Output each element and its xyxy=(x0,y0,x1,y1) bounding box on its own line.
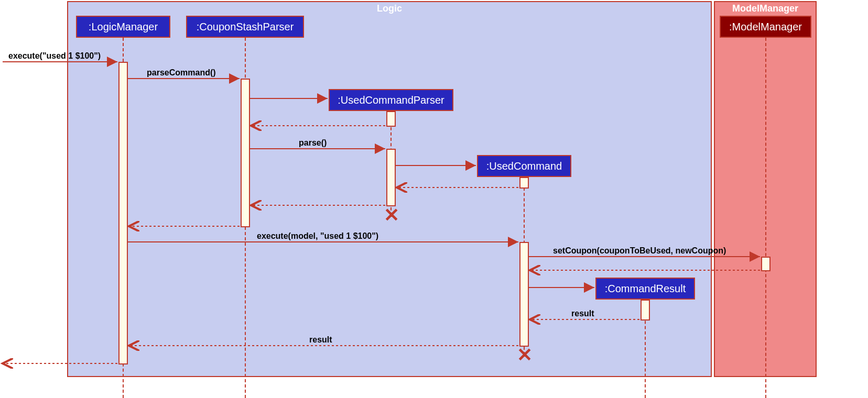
participant-commandresult: :CommandResult xyxy=(595,278,695,300)
participant-logicmanager: :LogicManager xyxy=(76,16,170,38)
participant-logicmanager-label: :LogicManager xyxy=(89,21,158,33)
participant-usedcommandparser: :UsedCommandParser xyxy=(329,89,453,111)
label-setcoupon: setCoupon(couponToBeUsed, newCoupon) xyxy=(553,246,726,256)
participant-usedcommandparser-label: :UsedCommandParser xyxy=(338,94,444,106)
participant-usedcommand: :UsedCommand xyxy=(477,155,571,177)
label-execute-model: execute(model, "used 1 $100") xyxy=(257,231,378,241)
participant-modelmanager-label: :ModelManager xyxy=(729,21,802,33)
participant-couponstashparser-label: :CouponStashParser xyxy=(197,21,294,33)
participant-commandresult-label: :CommandResult xyxy=(605,283,686,295)
label-result2: result xyxy=(309,335,332,345)
label-parse: parse() xyxy=(299,138,327,148)
participant-modelmanager: :ModelManager xyxy=(720,16,811,38)
label-parsecommand: parseCommand() xyxy=(147,68,216,78)
participant-usedcommand-label: :UsedCommand xyxy=(486,160,562,172)
participant-couponstashparser: :CouponStashParser xyxy=(186,16,304,38)
label-result1: result xyxy=(571,309,594,318)
label-execute-used: execute("used 1 $100") xyxy=(8,51,101,61)
